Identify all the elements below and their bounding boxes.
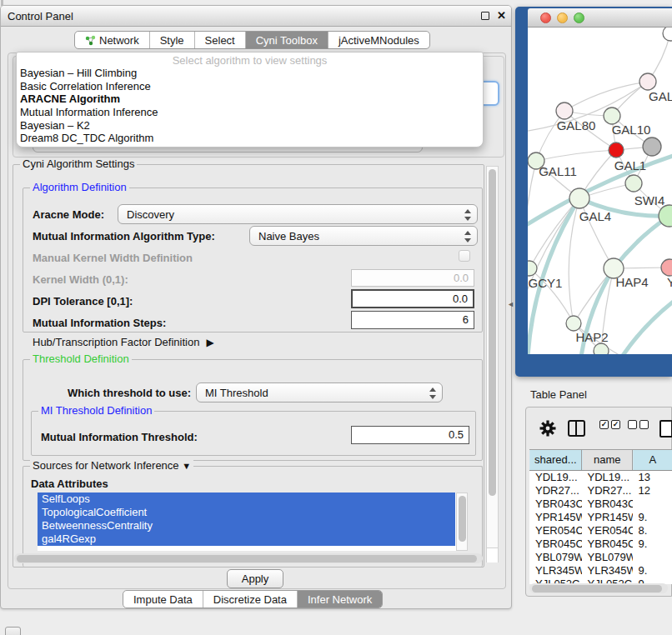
settings-vertical-scrollbar-thumb[interactable] bbox=[489, 169, 496, 496]
threshold-definition-title: Threshold Definition bbox=[30, 352, 132, 365]
network-edge[interactable] bbox=[536, 150, 616, 161]
data-attributes-list[interactable]: SelfLoopsTopologicalCoefficientBetweenne… bbox=[38, 492, 468, 551]
network-node-gal[interactable] bbox=[639, 73, 656, 90]
document-icon[interactable] bbox=[659, 420, 672, 438]
network-node-gal80[interactable] bbox=[556, 102, 573, 119]
dropdown-item-list: Bayesian – Hill ClimbingBasic Correlatio… bbox=[17, 67, 483, 145]
mi-type-combo[interactable]: Naive Bayes bbox=[249, 226, 478, 246]
table-horizontal-scrollbar-thumb[interactable] bbox=[532, 585, 662, 592]
table-cell: YPR145W bbox=[582, 511, 633, 524]
attribute-item-selfloops[interactable]: SelfLoops bbox=[38, 492, 455, 506]
table-body: YDL19...YDL19...13YDR27...YDR27...12YBR0… bbox=[529, 471, 672, 584]
manual-kernel-checkbox[interactable] bbox=[459, 250, 470, 262]
tab-label: Style bbox=[160, 34, 184, 47]
network-edge-highlighted[interactable] bbox=[622, 300, 672, 354]
which-threshold-value: MI Threshold bbox=[205, 387, 268, 399]
panel-collapse-arrow[interactable]: ◄ bbox=[507, 300, 514, 308]
network-node-gal1[interactable] bbox=[609, 142, 624, 158]
checked-boxes-icon[interactable]: ✓✓ bbox=[599, 420, 620, 429]
settings-horizontal-scrollbar-thumb[interactable] bbox=[17, 555, 477, 562]
network-node[interactable] bbox=[663, 28, 672, 41]
network-edge[interactable] bbox=[528, 161, 536, 250]
network-node-hap2[interactable] bbox=[566, 316, 581, 331]
column-header-name[interactable]: name bbox=[582, 450, 633, 470]
network-node-y[interactable] bbox=[661, 259, 672, 276]
algorithm-dropdown: Select algorithm to view settings Bayesi… bbox=[16, 52, 484, 148]
network-node[interactable] bbox=[594, 343, 609, 354]
table-row[interactable]: YBR043CYBR043C bbox=[529, 498, 672, 511]
network-node-gal10[interactable] bbox=[604, 108, 620, 124]
kernel-width-field[interactable]: 0.0 bbox=[351, 269, 474, 287]
tab-impute-data[interactable]: Impute Data bbox=[123, 591, 203, 608]
table-cell: YER054C bbox=[529, 524, 582, 538]
dropdown-item-bayesian-k2[interactable]: Bayesian – K2 bbox=[17, 119, 483, 132]
table-cell: 8. bbox=[633, 524, 672, 538]
close-traffic-light-icon[interactable] bbox=[540, 12, 551, 23]
dpi-tolerance-field[interactable]: 0.0 bbox=[351, 289, 474, 308]
network-view-frame: GALGAL80GAL10GAL1GAL11GAL4SWI4GCY1HAP4YH… bbox=[515, 7, 672, 377]
tab-cyni-toolbox[interactable]: Cyni Toolbox bbox=[245, 32, 328, 48]
hub-definition-toggle[interactable]: Hub/Transcription Factor Definition▶ bbox=[33, 336, 214, 348]
attribute-item-gal4rgexp[interactable]: gal4RGexp bbox=[38, 532, 455, 546]
attribute-item-topologicalcoefficient[interactable]: TopologicalCoefficient bbox=[38, 506, 455, 519]
gear-icon[interactable] bbox=[539, 420, 556, 437]
mi-steps-label: Mutual Information Steps: bbox=[33, 317, 166, 329]
unchecked-boxes-icon[interactable] bbox=[628, 420, 649, 429]
dpi-tolerance-label: DPI Tolerance [0,1]: bbox=[33, 295, 133, 308]
tab-label: Impute Data bbox=[133, 593, 193, 606]
table-row[interactable]: YDL19...YDL19...13 bbox=[529, 471, 672, 484]
table-cell: YER054C bbox=[582, 524, 633, 538]
table-horizontal-scrollbar[interactable] bbox=[529, 583, 668, 593]
network-node[interactable] bbox=[643, 138, 661, 156]
node-label-gal80: GAL80 bbox=[557, 118, 596, 132]
tab-discretize-data[interactable]: Discretize Data bbox=[203, 591, 297, 608]
close-icon[interactable]: ✕ bbox=[497, 9, 506, 22]
dropdown-item-basic-correlation-inference[interactable]: Basic Correlation Inference bbox=[17, 80, 483, 93]
tab-label: Cyni Toolbox bbox=[256, 34, 318, 47]
collapsed-panel-icon[interactable] bbox=[5, 627, 21, 635]
which-threshold-combo[interactable]: MI Threshold bbox=[196, 382, 443, 402]
table-row[interactable]: YPR145WYPR145W9. bbox=[529, 511, 672, 524]
table-row[interactable]: YLR345WYLR345W9. bbox=[529, 564, 672, 578]
tab-select[interactable]: Select bbox=[194, 32, 245, 48]
network-edge-highlighted[interactable] bbox=[614, 216, 669, 268]
dropdown-placeholder: Select algorithm to view settings bbox=[17, 52, 483, 67]
tab-network[interactable]: Network bbox=[75, 32, 149, 48]
tab-label: Infer Network bbox=[308, 593, 372, 606]
minimize-traffic-light-icon[interactable] bbox=[557, 12, 568, 23]
attributes-scrollbar-thumb[interactable] bbox=[459, 496, 466, 542]
table-row[interactable]: YER054CYER054C8. bbox=[529, 524, 672, 538]
combo-arrows-icon bbox=[429, 387, 436, 400]
node-label-y: Y bbox=[667, 275, 672, 289]
dropdown-item-mutual-information-inference[interactable]: Mutual Information Inference bbox=[17, 106, 483, 119]
mi-steps-field[interactable]: 6 bbox=[351, 311, 474, 329]
aracne-mode-combo[interactable]: Discovery bbox=[118, 204, 478, 224]
apply-button[interactable]: Apply bbox=[227, 569, 283, 588]
network-node-gal4[interactable] bbox=[569, 188, 589, 208]
table-row[interactable]: YDR27...YDR27...12 bbox=[529, 484, 672, 498]
mi-threshold-field[interactable]: 0.5 bbox=[351, 426, 469, 444]
tab-infer-network[interactable]: Infer Network bbox=[297, 591, 382, 608]
table-row[interactable]: YBR045CYBR045C9. bbox=[529, 538, 672, 551]
tab-style[interactable]: Style bbox=[149, 32, 194, 48]
zoom-traffic-light-icon[interactable] bbox=[574, 12, 584, 23]
dropdown-item-bayesian-hill-climbing[interactable]: Bayesian – Hill Climbing bbox=[17, 67, 483, 80]
table-cell bbox=[633, 551, 672, 564]
column-header-shared[interactable]: shared... bbox=[529, 450, 582, 470]
split-table-icon[interactable] bbox=[568, 420, 585, 437]
tab-label: jActiveMNodules bbox=[339, 34, 419, 47]
node-table[interactable]: shared...nameA YDL19...YDL19...13YDR27..… bbox=[529, 449, 672, 584]
settings-horizontal-scrollbar[interactable] bbox=[14, 553, 483, 563]
float-window-icon[interactable] bbox=[481, 12, 489, 20]
network-node[interactable] bbox=[625, 175, 642, 192]
column-header-a[interactable]: A bbox=[633, 450, 672, 470]
network-window-titlebar[interactable] bbox=[528, 8, 672, 28]
attribute-item-betweennesscentrality[interactable]: BetweennessCentrality bbox=[38, 519, 455, 532]
table-row[interactable]: YBL079WYBL079W bbox=[529, 551, 672, 564]
table-cell: 13 bbox=[633, 471, 672, 484]
network-canvas[interactable]: GALGAL80GAL10GAL1GAL11GAL4SWI4GCY1HAP4YH… bbox=[528, 28, 672, 354]
node-label-hap4: HAP4 bbox=[615, 275, 648, 289]
dropdown-item-aracne-algorithm[interactable]: ARACNE Algorithm bbox=[17, 92, 483, 106]
tab-jactivemnodules[interactable]: jActiveMNodules bbox=[328, 32, 429, 48]
dropdown-item-dream8-dc-tdc-algorithm[interactable]: Dream8 DC_TDC Algorithm bbox=[17, 132, 483, 145]
